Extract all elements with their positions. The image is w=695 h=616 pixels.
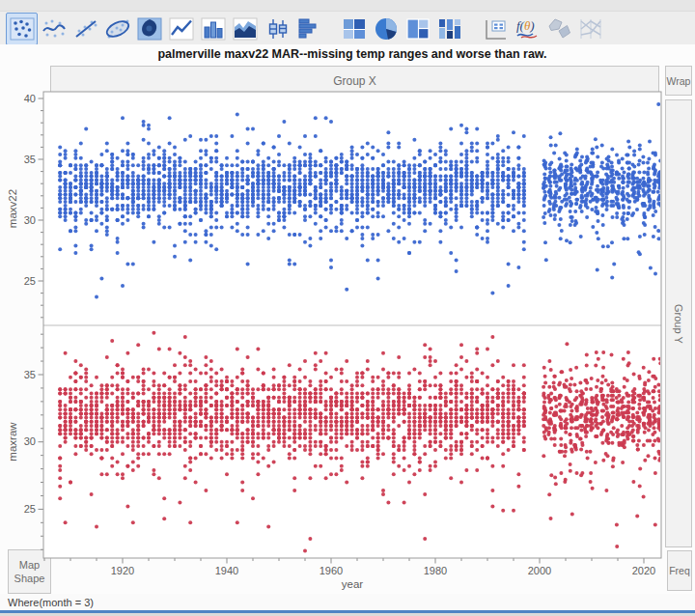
svg-text:35: 35	[24, 369, 36, 380]
svg-text:1980: 1980	[424, 565, 447, 576]
svg-text:2020: 2020	[632, 565, 655, 576]
where-clause-text: Where(month = 3)	[8, 597, 94, 608]
svg-text:1940: 1940	[215, 565, 238, 576]
scatter-plot-canvas[interactable]: 192019401960198020002020year25303540maxv…	[0, 0, 695, 616]
graph-builder-window: f(θ) palmerville maxv22 MAR--missing	[0, 0, 695, 616]
svg-text:1960: 1960	[320, 565, 343, 576]
svg-text:40: 40	[24, 93, 36, 104]
y-axis-maxv22	[39, 98, 44, 318]
svg-text:25: 25	[24, 503, 36, 515]
svg-text:35: 35	[24, 154, 36, 165]
svg-text:30: 30	[24, 214, 36, 226]
svg-text:year: year	[342, 578, 364, 590]
status-bar: Where(month = 3)	[0, 594, 695, 610]
svg-text:maxraw: maxraw	[7, 422, 18, 462]
svg-text:30: 30	[24, 435, 36, 447]
svg-text:1920: 1920	[111, 565, 134, 576]
x-axis	[44, 558, 644, 564]
svg-text:25: 25	[24, 275, 36, 287]
y-axis-maxraw	[39, 334, 44, 549]
svg-text:2000: 2000	[528, 565, 551, 576]
svg-text:maxv22: maxv22	[7, 189, 18, 228]
